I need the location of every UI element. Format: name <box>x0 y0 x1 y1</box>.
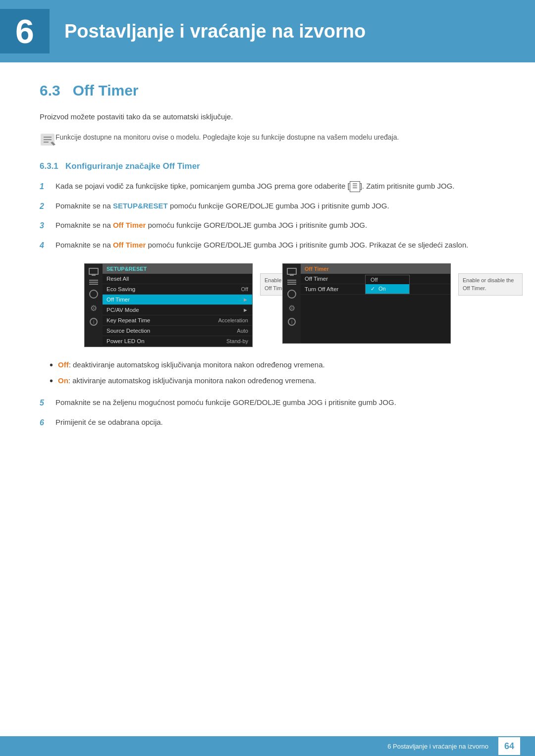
note-text: Funkcije dostupne na monitoru ovise o mo… <box>55 132 399 143</box>
footer-text: 6 Postavljanje i vraćanje na izvorno <box>387 743 488 750</box>
screen-box-2: ⚙ i Off Timer Off Timer Off ✓ On <box>282 263 451 344</box>
screen-box-1: ⚙ i SETUP&RESET Reset All Eco SavingOff <box>84 263 253 347</box>
submenu-dropdown: Off ✓ On <box>365 275 410 294</box>
steps-continued-list: 5 Pomaknite se na željenu mogućnost pomo… <box>40 397 495 429</box>
note-icon <box>40 132 55 148</box>
submenu-item-on: ✓ On <box>366 284 409 294</box>
submenu-item-off: Off <box>366 275 409 284</box>
menu-item-highlighted: Off Timer► <box>103 295 252 305</box>
menu-main-1: SETUP&RESET Reset All Eco SavingOff Off … <box>103 264 252 347</box>
callout-2: Enable or disable the Off Timer. <box>458 273 523 296</box>
menu-item: Off Timer Off ✓ On <box>301 274 450 284</box>
page-footer: 6 Postavljanje i vraćanje na izvorno 64 <box>0 736 535 756</box>
monitor-icon <box>89 268 99 275</box>
list-item: 6 Primijenit će se odabrana opcija. <box>40 416 495 429</box>
clock-icon <box>89 290 98 299</box>
info-icon: i <box>288 318 296 326</box>
gear-icon: ⚙ <box>288 303 295 313</box>
menu-item: Reset All <box>103 274 252 284</box>
menu-main-2: Off Timer Off Timer Off ✓ On Turn Off Af… <box>301 264 450 343</box>
screenshot-1: ⚙ i SETUP&RESET Reset All Eco SavingOff <box>84 263 253 347</box>
menu-item: Eco SavingOff <box>103 284 252 295</box>
screen-sidebar-1: ⚙ i <box>85 264 103 347</box>
content-area: 6.3 Off Timer Proizvod možete postaviti … <box>0 82 535 481</box>
menu-item: Source DetectionAuto <box>103 326 252 336</box>
menu-title-2: Off Timer <box>301 264 450 274</box>
intro-text: Proizvod možete postaviti tako da se aut… <box>40 111 495 123</box>
footer-page-number: 64 <box>498 737 520 755</box>
list-item: 5 Pomaknite se na željenu mogućnost pomo… <box>40 397 495 409</box>
list-item: • On: aktiviranje automatskog isključiva… <box>50 375 495 387</box>
chapter-title: Postavljanje i vraćanje na izvorno <box>64 21 366 42</box>
gear-icon: ⚙ <box>90 303 97 313</box>
menu-item: Power LED OnStand-by <box>103 336 252 347</box>
lines-icon <box>287 280 296 285</box>
note-box: Funkcije dostupne na monitoru ovise o mo… <box>40 132 495 148</box>
section-heading: 6.3 Off Timer <box>40 82 495 99</box>
section-6-3: 6.3 Off Timer <box>40 82 495 99</box>
menu-item: Key Repeat TimeAcceleration <box>103 315 252 326</box>
list-item: 4 Pomaknite se na Off Timer pomoću funkc… <box>40 239 495 252</box>
info-icon: i <box>90 318 98 326</box>
list-item: 1 Kada se pojavi vodič za funkcijske tip… <box>40 180 495 193</box>
chapter-number: 6 <box>15 12 34 50</box>
chapter-number-block: 6 <box>0 9 50 53</box>
subsection-heading: 6.3.1 Konfiguriranje značajke Off Timer <box>40 161 495 171</box>
steps-list: 1 Kada se pojavi vodič za funkcijske tip… <box>40 180 495 252</box>
screen-sidebar-2: ⚙ i <box>283 264 301 343</box>
page-header: 6 Postavljanje i vraćanje na izvorno <box>0 0 535 62</box>
list-item: • Off: deaktiviranje automatskog isključ… <box>50 359 495 371</box>
lines-icon <box>89 280 98 285</box>
monitor-icon <box>287 268 297 275</box>
list-item: 3 Pomaknite se na Off Timer pomoću funkc… <box>40 219 495 232</box>
screenshots-area: ⚙ i SETUP&RESET Reset All Eco SavingOff <box>40 263 495 347</box>
list-item: 2 Pomaknite se na SETUP&RESET pomoću fun… <box>40 200 495 213</box>
clock-icon <box>287 290 296 299</box>
screenshot-2: ⚙ i Off Timer Off Timer Off ✓ On <box>282 263 451 347</box>
menu-item: PC/AV Mode► <box>103 305 252 315</box>
menu-title-1: SETUP&RESET <box>103 264 252 274</box>
bullet-list: • Off: deaktiviranje automatskog isključ… <box>50 359 495 387</box>
